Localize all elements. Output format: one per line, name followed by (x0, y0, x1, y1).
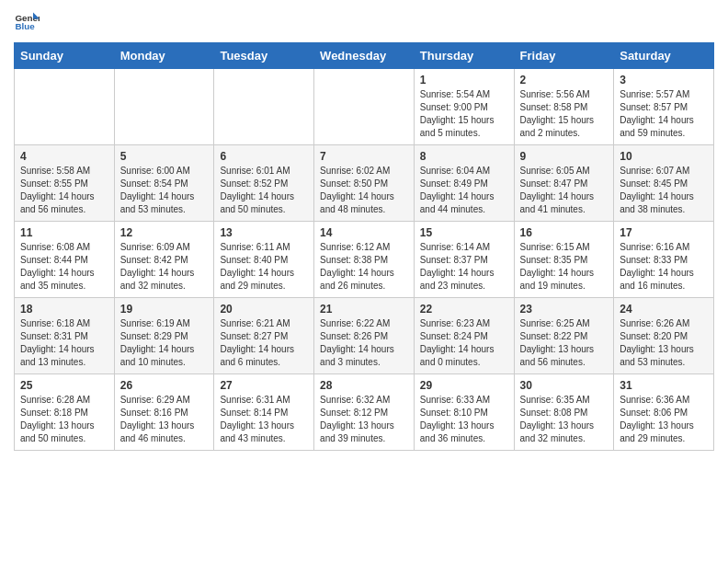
day-info: Sunrise: 6:12 AM Sunset: 8:38 PM Dayligh… (320, 241, 408, 293)
day-header-wednesday: Wednesday (314, 43, 415, 69)
day-header-tuesday: Tuesday (214, 43, 314, 69)
day-info: Sunrise: 6:01 AM Sunset: 8:52 PM Dayligh… (220, 165, 308, 216)
day-number: 16 (520, 226, 609, 239)
day-number: 30 (520, 379, 609, 392)
day-cell: 10Sunrise: 6:07 AM Sunset: 8:45 PM Dayli… (614, 145, 714, 222)
day-cell: 30Sunrise: 6:35 AM Sunset: 8:08 PM Dayli… (514, 374, 614, 451)
day-cell: 21Sunrise: 6:22 AM Sunset: 8:26 PM Dayli… (314, 298, 415, 374)
day-number: 22 (420, 303, 508, 316)
day-cell: 5Sunrise: 6:00 AM Sunset: 8:54 PM Daylig… (114, 145, 214, 222)
day-number: 31 (620, 379, 708, 392)
header-row: SundayMondayTuesdayWednesdayThursdayFrid… (15, 43, 714, 69)
day-cell: 19Sunrise: 6:19 AM Sunset: 8:29 PM Dayli… (114, 298, 214, 374)
day-number: 24 (620, 303, 708, 316)
day-info: Sunrise: 6:09 AM Sunset: 8:42 PM Dayligh… (120, 241, 209, 293)
day-number: 5 (120, 150, 209, 163)
day-info: Sunrise: 6:07 AM Sunset: 8:45 PM Dayligh… (620, 165, 708, 216)
day-info: Sunrise: 6:36 AM Sunset: 8:06 PM Dayligh… (620, 394, 708, 445)
day-info: Sunrise: 6:28 AM Sunset: 8:18 PM Dayligh… (20, 394, 108, 445)
day-number: 19 (120, 303, 209, 316)
day-header-saturday: Saturday (614, 43, 714, 69)
day-cell: 17Sunrise: 6:16 AM Sunset: 8:33 PM Dayli… (614, 222, 714, 298)
day-number: 2 (520, 74, 609, 86)
day-number: 9 (520, 150, 609, 163)
logo-icon: General Blue (14, 9, 40, 35)
day-number: 26 (120, 379, 209, 392)
day-cell: 29Sunrise: 6:33 AM Sunset: 8:10 PM Dayli… (414, 374, 514, 451)
day-cell: 2Sunrise: 5:56 AM Sunset: 8:58 PM Daylig… (514, 69, 614, 145)
day-info: Sunrise: 6:00 AM Sunset: 8:54 PM Dayligh… (120, 165, 209, 216)
day-info: Sunrise: 6:31 AM Sunset: 8:14 PM Dayligh… (220, 394, 308, 445)
day-cell: 20Sunrise: 6:21 AM Sunset: 8:27 PM Dayli… (214, 298, 314, 374)
day-cell: 28Sunrise: 6:32 AM Sunset: 8:12 PM Dayli… (314, 374, 415, 451)
day-cell: 8Sunrise: 6:04 AM Sunset: 8:49 PM Daylig… (414, 145, 514, 222)
day-number: 3 (620, 74, 708, 86)
day-number: 7 (320, 150, 408, 163)
day-info: Sunrise: 5:58 AM Sunset: 8:55 PM Dayligh… (20, 165, 108, 216)
day-cell (214, 69, 314, 145)
day-cell: 9Sunrise: 6:05 AM Sunset: 8:47 PM Daylig… (514, 145, 614, 222)
week-row-4: 18Sunrise: 6:18 AM Sunset: 8:31 PM Dayli… (15, 298, 714, 374)
day-number: 18 (20, 303, 108, 316)
day-info: Sunrise: 6:32 AM Sunset: 8:12 PM Dayligh… (320, 394, 408, 445)
day-number: 6 (220, 150, 308, 163)
day-cell (314, 69, 415, 145)
day-cell: 18Sunrise: 6:18 AM Sunset: 8:31 PM Dayli… (15, 298, 115, 374)
day-cell: 24Sunrise: 6:26 AM Sunset: 8:20 PM Dayli… (614, 298, 714, 374)
day-info: Sunrise: 5:54 AM Sunset: 9:00 PM Dayligh… (420, 88, 508, 140)
day-number: 25 (20, 379, 108, 392)
day-number: 14 (320, 226, 408, 239)
day-info: Sunrise: 6:21 AM Sunset: 8:27 PM Dayligh… (220, 317, 308, 369)
day-cell: 25Sunrise: 6:28 AM Sunset: 8:18 PM Dayli… (15, 374, 115, 451)
day-number: 17 (620, 226, 708, 239)
day-cell (15, 69, 115, 145)
day-cell: 23Sunrise: 6:25 AM Sunset: 8:22 PM Dayli… (514, 298, 614, 374)
day-header-monday: Monday (114, 43, 214, 69)
day-info: Sunrise: 6:29 AM Sunset: 8:16 PM Dayligh… (120, 394, 209, 445)
day-number: 28 (320, 379, 408, 392)
day-cell: 27Sunrise: 6:31 AM Sunset: 8:14 PM Dayli… (214, 374, 314, 451)
day-number: 1 (420, 74, 508, 86)
day-info: Sunrise: 6:23 AM Sunset: 8:24 PM Dayligh… (420, 317, 508, 369)
day-number: 20 (220, 303, 308, 316)
day-cell: 26Sunrise: 6:29 AM Sunset: 8:16 PM Dayli… (114, 374, 214, 451)
day-number: 23 (520, 303, 609, 316)
day-info: Sunrise: 6:33 AM Sunset: 8:10 PM Dayligh… (420, 394, 508, 445)
day-cell: 6Sunrise: 6:01 AM Sunset: 8:52 PM Daylig… (214, 145, 314, 222)
day-cell: 14Sunrise: 6:12 AM Sunset: 8:38 PM Dayli… (314, 222, 415, 298)
day-cell: 7Sunrise: 6:02 AM Sunset: 8:50 PM Daylig… (314, 145, 415, 222)
day-info: Sunrise: 6:16 AM Sunset: 8:33 PM Dayligh… (620, 241, 708, 293)
calendar-table: SundayMondayTuesdayWednesdayThursdayFrid… (14, 42, 714, 451)
day-cell: 1Sunrise: 5:54 AM Sunset: 9:00 PM Daylig… (414, 69, 514, 145)
day-header-friday: Friday (514, 43, 614, 69)
week-row-5: 25Sunrise: 6:28 AM Sunset: 8:18 PM Dayli… (15, 374, 714, 451)
day-cell: 15Sunrise: 6:14 AM Sunset: 8:37 PM Dayli… (414, 222, 514, 298)
day-cell: 12Sunrise: 6:09 AM Sunset: 8:42 PM Dayli… (114, 222, 214, 298)
day-header-sunday: Sunday (15, 43, 115, 69)
svg-text:Blue: Blue (15, 21, 35, 31)
day-number: 27 (220, 379, 308, 392)
day-cell: 31Sunrise: 6:36 AM Sunset: 8:06 PM Dayli… (614, 374, 714, 451)
day-info: Sunrise: 6:04 AM Sunset: 8:49 PM Dayligh… (420, 165, 508, 216)
day-info: Sunrise: 6:25 AM Sunset: 8:22 PM Dayligh… (520, 317, 609, 369)
day-info: Sunrise: 6:18 AM Sunset: 8:31 PM Dayligh… (20, 317, 108, 369)
logo: General Blue (14, 9, 40, 35)
day-cell: 3Sunrise: 5:57 AM Sunset: 8:57 PM Daylig… (614, 69, 714, 145)
day-info: Sunrise: 5:56 AM Sunset: 8:58 PM Dayligh… (520, 88, 609, 140)
week-row-3: 11Sunrise: 6:08 AM Sunset: 8:44 PM Dayli… (15, 222, 714, 298)
day-cell: 13Sunrise: 6:11 AM Sunset: 8:40 PM Dayli… (214, 222, 314, 298)
day-info: Sunrise: 6:02 AM Sunset: 8:50 PM Dayligh… (320, 165, 408, 216)
day-number: 15 (420, 226, 508, 239)
day-number: 21 (320, 303, 408, 316)
day-cell (114, 69, 214, 145)
day-number: 4 (20, 150, 108, 163)
day-number: 8 (420, 150, 508, 163)
day-header-thursday: Thursday (414, 43, 514, 69)
week-row-2: 4Sunrise: 5:58 AM Sunset: 8:55 PM Daylig… (15, 145, 714, 222)
day-info: Sunrise: 6:35 AM Sunset: 8:08 PM Dayligh… (520, 394, 609, 445)
day-info: Sunrise: 5:57 AM Sunset: 8:57 PM Dayligh… (620, 88, 708, 140)
day-info: Sunrise: 6:11 AM Sunset: 8:40 PM Dayligh… (220, 241, 308, 293)
day-info: Sunrise: 6:15 AM Sunset: 8:35 PM Dayligh… (520, 241, 609, 293)
day-number: 10 (620, 150, 708, 163)
day-number: 12 (120, 226, 209, 239)
